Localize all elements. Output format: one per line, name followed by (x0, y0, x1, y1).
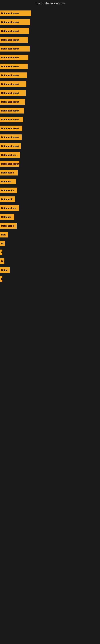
bar-label: Bottleneck result (1, 127, 19, 130)
bottleneck-bar[interactable]: Bottleneck result (0, 117, 23, 122)
bar-row: Bottleneck result (0, 142, 100, 150)
bottleneck-bar[interactable]: Bottleneck result (0, 19, 30, 25)
bar-row: Bottleneck result (0, 98, 100, 106)
bar-label: Bottleneck result (1, 39, 19, 41)
bottleneck-bar[interactable]: Bottleneck r (0, 170, 18, 176)
bar-label: Bottleneck r (1, 189, 14, 192)
bar-label: B (1, 278, 2, 280)
bottleneck-bar[interactable]: Bo (0, 258, 4, 264)
bottleneck-bar[interactable]: Bottlenec (0, 214, 14, 220)
bar-row: Bottleneck result (0, 62, 100, 71)
bar-row: Bottleneck result (0, 160, 100, 168)
bar-label: Bottleneck result (1, 56, 19, 59)
bar-label: B (1, 251, 2, 254)
bar-row: Bottleneck result (0, 9, 100, 18)
bottleneck-bar[interactable]: Bottleneck result (0, 108, 24, 114)
bar-row: Bottleneck result (0, 124, 100, 133)
bar-row: Bottleneck result (0, 36, 100, 44)
bottleneck-bar[interactable]: Bottleneck result (0, 99, 25, 105)
bar-label: Bottleneck result (1, 48, 19, 50)
bar-label: Bottlenec (1, 180, 11, 183)
bottleneck-bar[interactable]: B (0, 250, 2, 255)
bar-label: Bottleneck result (1, 65, 19, 68)
bar-row: Bott (0, 230, 100, 239)
bottleneck-bar[interactable]: Bottleneck result (0, 37, 28, 43)
bar-label: Bottleneck r (1, 224, 14, 227)
bar-label: Bottleneck res (1, 207, 16, 209)
bar-label: Bottleneck result (1, 162, 19, 165)
bottleneck-bar[interactable]: Bo (0, 241, 5, 246)
bar-row: Bottleneck result (0, 44, 100, 53)
bottleneck-bar[interactable]: Bott (0, 232, 8, 238)
bottleneck-bar[interactable]: Bottleneck result (0, 134, 22, 140)
bar-row: Bottleneck result (0, 53, 100, 62)
bar-row: Bottleneck r (0, 186, 100, 195)
bar-row: B (0, 248, 100, 257)
bar-label: Bottleneck result (1, 136, 19, 138)
bar-label: Bo (1, 260, 4, 262)
bottleneck-bar[interactable]: B (0, 276, 2, 282)
bar-label: Bottleneck res (1, 154, 16, 156)
bottleneck-bar[interactable]: Bottleneck res (0, 152, 20, 158)
bottleneck-bar[interactable]: Bottleneck result (0, 161, 19, 167)
bar-row: Bottleneck r (0, 168, 100, 177)
bar-label: Bottleneck result (1, 21, 19, 23)
bar-label: Bottleneck (1, 198, 12, 200)
bar-label: Bottleneck result (1, 110, 19, 112)
bar-label: Bottlenec (1, 216, 11, 218)
bar-row: Bottleneck r (0, 222, 100, 230)
bar-row: Bottlenec (0, 177, 100, 186)
bottleneck-bar[interactable]: Bottleneck result (0, 143, 21, 149)
bar-row: Bottleneck result (0, 133, 100, 142)
bar-label: Bottleneck result (1, 30, 19, 32)
bars-container: Bottleneck resultBottleneck resultBottle… (0, 7, 100, 285)
bottleneck-bar[interactable]: Bottleneck result (0, 46, 30, 52)
bar-row: Bottleneck (0, 195, 100, 204)
bar-row: Bottlenec (0, 212, 100, 222)
bar-label: Bottleneck result (1, 12, 19, 14)
site-title: TheBottlenecker.com (0, 0, 100, 7)
bar-row: Bottleneck result (0, 26, 100, 36)
bar-label: Bottle (1, 269, 7, 271)
bottleneck-bar[interactable]: Bottlenec (0, 179, 16, 184)
bar-row: Bottleneck result (0, 115, 100, 124)
bottleneck-bar[interactable]: Bottleneck r (0, 223, 17, 228)
bottleneck-bar[interactable]: Bottleneck result (0, 28, 29, 34)
bar-label: Bottleneck result (1, 100, 19, 103)
bar-row: Bottleneck res (0, 150, 100, 160)
bottleneck-bar[interactable]: Bottleneck result (0, 72, 27, 78)
bar-label: Bottleneck result (1, 83, 19, 85)
bottleneck-bar[interactable]: Bottleneck result (0, 126, 22, 131)
bar-label: Bottleneck result (1, 74, 19, 76)
bottleneck-bar[interactable]: Bottleneck result (0, 10, 31, 16)
bar-label: Bott (1, 234, 6, 236)
bottleneck-bar[interactable]: Bottleneck result (0, 55, 28, 60)
bar-row: Bo (0, 257, 100, 266)
bar-row: Bottleneck result (0, 71, 100, 80)
bottleneck-bar[interactable]: Bottleneck res (0, 205, 19, 211)
bar-row: B (0, 274, 100, 283)
bottleneck-bar[interactable]: Bottleneck result (0, 81, 26, 87)
bar-label: Bo (1, 242, 4, 245)
bar-row: Bottleneck result (0, 88, 100, 98)
bar-label: Bottleneck result (1, 145, 19, 147)
bar-row: Bottleneck result (0, 80, 100, 88)
bar-label: Bottleneck result (1, 118, 19, 121)
bottleneck-bar[interactable]: Bottleneck r (0, 188, 17, 193)
bottleneck-bar[interactable]: Bottleneck result (0, 90, 26, 96)
bar-label: Bottleneck r (1, 172, 14, 174)
bottleneck-bar[interactable]: Bottleneck (0, 196, 15, 202)
bottleneck-bar[interactable]: Bottleneck result (0, 64, 28, 69)
bar-row: Bottleneck result (0, 18, 100, 26)
bar-label: Bottleneck result (1, 92, 19, 94)
bar-row: Bottleneck result (0, 106, 100, 115)
bar-row: Bo (0, 239, 100, 248)
bottleneck-bar[interactable]: Bottle (0, 267, 10, 273)
bar-row: Bottle (0, 266, 100, 274)
bar-row: Bottleneck res (0, 204, 100, 212)
